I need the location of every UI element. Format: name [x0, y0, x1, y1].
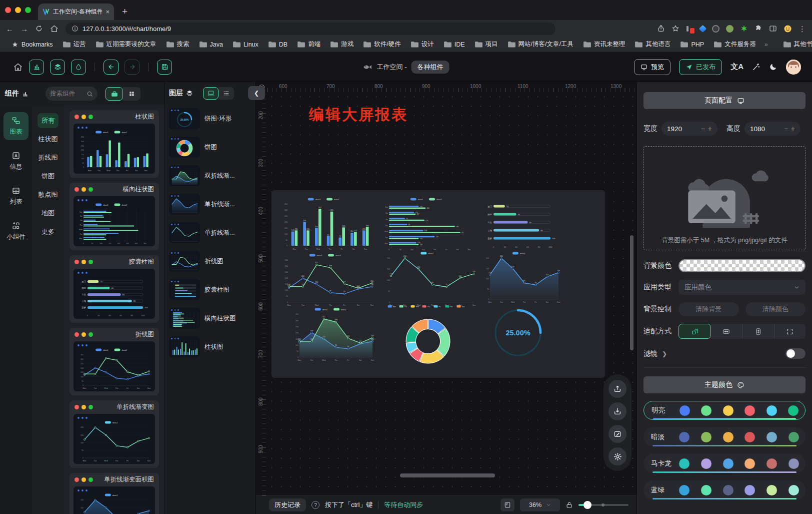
save-button[interactable]: [157, 60, 172, 75]
decrement-button[interactable]: −: [701, 125, 705, 133]
bookmark-folder[interactable]: 运营: [58, 39, 90, 50]
workspace-name[interactable]: 各种组件: [411, 61, 449, 74]
address-bar[interactable]: 127.0.0.1:3000/#/chart/home/9: [66, 23, 556, 35]
profile-avatar-icon[interactable]: [784, 25, 792, 33]
tab-list[interactable]: 列表: [4, 182, 28, 210]
theme-color-header[interactable]: 主题颜色: [644, 376, 806, 393]
bookmark-folder[interactable]: 设计: [406, 39, 438, 50]
bookmark-folder[interactable]: 项目: [470, 39, 502, 50]
vertical-scrollbar[interactable]: [630, 235, 634, 350]
bookmark-star-icon[interactable]: [672, 25, 680, 33]
bookmark-folder[interactable]: 软件/硬件: [359, 39, 405, 50]
width-value[interactable]: [667, 125, 690, 133]
export-button[interactable]: [608, 380, 626, 398]
zoom-slider[interactable]: [578, 501, 628, 509]
bg-color-swatch[interactable]: [678, 259, 806, 272]
height-input[interactable]: − +: [744, 122, 800, 136]
window-close-button[interactable]: [5, 7, 11, 13]
bookmark-folder[interactable]: 资讯未整理: [579, 39, 630, 50]
theme-row-dim[interactable]: 暗淡: [644, 427, 806, 446]
app-type-dropdown[interactable]: 应用颜色: [678, 280, 806, 295]
extension-star-icon[interactable]: [740, 25, 748, 33]
lock-open-icon[interactable]: [566, 501, 573, 509]
fit-width-button[interactable]: [711, 324, 743, 339]
component-card-bar[interactable]: 柱状图 data1data2050100150200250300350MonTu…: [70, 110, 159, 178]
component-view-grid-button[interactable]: [123, 87, 140, 101]
category-scatter[interactable]: 散点图: [34, 187, 62, 202]
bookmark-folder[interactable]: Linux: [228, 40, 263, 50]
component-card-capsule[interactable]: 胶囊柱图 厦门20南阳40北京60上海80新疆100020406080100: [70, 255, 159, 323]
extensions-puzzle-icon[interactable]: [754, 25, 762, 33]
history-button[interactable]: 历史记录: [269, 498, 306, 511]
widget-bar-chart[interactable]: data1data2050100150200250300350MonTueWed…: [279, 196, 374, 251]
widget-line-chart[interactable]: data1data2050100150200250300350MonTueWed…: [280, 252, 376, 307]
publish-button[interactable]: 已发布: [679, 59, 722, 75]
edit-button[interactable]: [608, 425, 626, 443]
category-bar[interactable]: 柱状图: [34, 132, 62, 147]
extension-kite-icon[interactable]: [699, 25, 707, 33]
zoom-select[interactable]: 36%: [520, 498, 560, 511]
widget-pie-chart[interactable]: MonTueWedThuFriSatSun: [386, 303, 470, 371]
page-config-header[interactable]: 页面配置: [644, 92, 806, 109]
horizontal-scrollbar[interactable]: [400, 473, 495, 477]
layout-panel-button[interactable]: [500, 498, 514, 511]
theme-row-bluegreen[interactable]: 蓝绿: [644, 480, 806, 499]
bookmark-folder[interactable]: 游戏: [326, 39, 358, 50]
settings-button[interactable]: [608, 447, 626, 465]
layer-item-capsule[interactable]: 胶囊柱图: [169, 279, 252, 300]
preview-button[interactable]: 预览: [634, 59, 670, 75]
bookmark-folder[interactable]: 网站/博客/文章/工具: [504, 39, 578, 50]
magic-wand-icon[interactable]: [752, 63, 760, 71]
user-avatar[interactable]: [786, 60, 801, 75]
widget-progress-ring[interactable]: 25.00%: [490, 302, 546, 361]
tab-close-button[interactable]: ×: [106, 8, 110, 16]
fit-stretch-button[interactable]: [774, 324, 806, 339]
layer-view-list-button[interactable]: [218, 87, 234, 100]
sidebar-icon[interactable]: [769, 25, 777, 33]
width-input[interactable]: − +: [662, 122, 718, 136]
layer-view-thumbnail-button[interactable]: [203, 87, 218, 100]
increment-button[interactable]: +: [791, 125, 795, 133]
layer-item-single-line-gradient[interactable]: 单折线渐...: [169, 222, 252, 243]
layers-panel-toggle-button[interactable]: [50, 60, 65, 75]
component-view-toolbox-button[interactable]: [106, 87, 123, 101]
undo-button[interactable]: [104, 60, 118, 75]
tab-widgets[interactable]: 小组件: [4, 217, 28, 245]
chevron-right-icon[interactable]: ❯: [662, 350, 667, 357]
search-input[interactable]: [50, 90, 84, 97]
bookmarks-overflow-button[interactable]: »: [762, 41, 771, 48]
layer-item-hbar[interactable]: 横向柱状图: [169, 308, 252, 329]
widget-horizontal-bar-chart[interactable]: data1data2050100150200250300350Mon120130…: [381, 196, 477, 251]
category-map[interactable]: 地图: [38, 206, 58, 221]
theme-row-bright[interactable]: 明亮: [644, 401, 806, 420]
forward-button[interactable]: →: [20, 25, 28, 33]
home-icon[interactable]: [13, 62, 23, 72]
bookmark-folder[interactable]: 搜索: [162, 39, 194, 50]
category-pie[interactable]: 饼图: [38, 169, 58, 184]
bookmark-folder[interactable]: 其他语言: [630, 39, 675, 50]
component-search[interactable]: [46, 87, 98, 101]
layer-item-ring[interactable]: 25.00%饼图-环形: [169, 108, 252, 129]
other-bookmarks[interactable]: 其他书签: [779, 39, 812, 50]
bookmarks-manager[interactable]: Bookmarks: [7, 40, 58, 50]
fit-height-button[interactable]: [742, 324, 774, 339]
tab-info[interactable]: 信息: [4, 147, 28, 175]
import-button[interactable]: [608, 402, 626, 420]
bookmark-folder[interactable]: 文件服务器: [710, 39, 760, 50]
bookmark-folder[interactable]: PHP: [676, 40, 708, 50]
redo-button[interactable]: [124, 60, 140, 75]
component-card-hbar[interactable]: 横向柱状图 data1data2050100150200250300350Mon…: [70, 183, 159, 250]
home-button[interactable]: [50, 25, 58, 33]
layer-item-line[interactable]: 折线图: [169, 251, 252, 272]
widget-gradient-line-chart[interactable]: data1050100150200MonTueWedThuFriSatSun12…: [481, 250, 562, 304]
window-zoom-button[interactable]: [25, 7, 31, 13]
dark-mode-moon-icon[interactable]: [769, 63, 778, 71]
bookmark-folder[interactable]: DB: [264, 40, 292, 50]
component-card-line-gradient[interactable]: 单折线渐变图 data1050100150200MonTueWedThuFriS…: [70, 400, 159, 468]
layer-item-bar[interactable]: 柱状图: [169, 336, 252, 357]
bookmark-folder[interactable]: Java: [195, 40, 228, 50]
height-value[interactable]: [750, 125, 773, 133]
new-tab-button[interactable]: +: [122, 6, 128, 17]
clear-color-button[interactable]: 清除颜色: [746, 302, 806, 316]
browser-menu-icon[interactable]: ⋮: [798, 25, 806, 33]
